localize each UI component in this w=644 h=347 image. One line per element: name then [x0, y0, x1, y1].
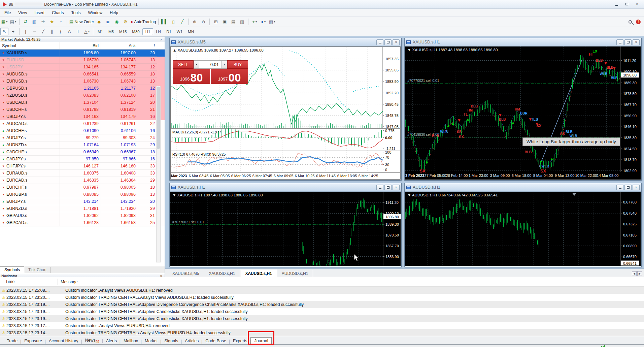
market-watch-row[interactable]: ▼USDCHF.s0.917980.9181921	[0, 106, 165, 113]
volume-up-stepper[interactable]: ▲	[222, 60, 227, 69]
favorites-folder-icon[interactable]: ★	[48, 18, 56, 26]
profiles-icon[interactable]: ▤▾	[9, 18, 17, 26]
journal-row[interactable]: ⚠2023.03.15 17:25:08....Custom indicator…	[0, 287, 644, 294]
market-watch-row[interactable]: ▼NZDUSD.s0.620830.6210017	[0, 92, 165, 99]
chart-close-button[interactable]: ×	[633, 39, 640, 45]
trendline-tool-icon[interactable]: ╱	[39, 28, 47, 35]
market-watch-tab-tick-chart[interactable]: Tick Chart	[24, 267, 51, 273]
chart-window-title-bar[interactable]: XAUUSD.s,H1×	[405, 38, 641, 46]
menu-help[interactable]: Help	[106, 9, 122, 16]
chart-restore-button[interactable]	[384, 185, 392, 190]
bar-chart-mode-icon[interactable]: ▍▍	[161, 18, 169, 26]
menu-tools[interactable]: Tools	[68, 9, 84, 16]
chart-minimize-button[interactable]	[616, 185, 623, 190]
volume-input[interactable]: 0.01	[199, 60, 222, 69]
journal-row[interactable]: ⚠2023.03.15 17:23:19....Custom indicator…	[0, 308, 644, 315]
indicators-add-icon[interactable]: +▾	[250, 18, 259, 26]
timeframe-button-mn[interactable]: MN	[185, 29, 197, 35]
menu-view[interactable]: View	[14, 9, 31, 16]
volume-down-stepper[interactable]: ▼	[194, 60, 199, 69]
autotrading-button[interactable]: ●AutoTrading	[130, 18, 156, 26]
tile-horizontal-icon[interactable]: ▤	[229, 18, 237, 26]
chart-minimize-button[interactable]	[376, 39, 383, 45]
scroll-right-icon[interactable]: ▶	[637, 271, 642, 276]
sell-button[interactable]: SELL	[173, 60, 194, 69]
chart-close-button[interactable]: ×	[393, 185, 400, 190]
timeframe-button-w1[interactable]: W1	[174, 29, 185, 35]
horizontal-line-tool-icon[interactable]: ─	[30, 28, 38, 35]
label-tool-icon[interactable]: T	[74, 28, 82, 35]
chart-tab-0[interactable]: XAUUSD.s,M5	[168, 270, 204, 277]
terminal-tab-articles[interactable]: Articles|	[181, 338, 202, 344]
chart-restore-button[interactable]	[624, 39, 632, 45]
market-watch-row[interactable]: ▼AUDUSD.s0.665410.6655918	[0, 71, 165, 78]
new-chart-icon[interactable]: ▦▾	[0, 18, 8, 26]
chart-minimize-button[interactable]	[376, 185, 383, 190]
market-watch-row[interactable]: ▲EURJPY.s143.214143.23420	[0, 198, 165, 205]
market-watch-row[interactable]: ▼EURCAD.s1.463351.4636429	[0, 177, 165, 184]
zoom-in-icon[interactable]: ⊕	[191, 18, 199, 26]
terminal-tab-account-history[interactable]: Account History|	[45, 338, 82, 344]
journal-row[interactable]: ⚠2023.03.15 17:23:19....Custom indicator…	[0, 301, 644, 308]
market-watch-close-icon[interactable]: ×	[159, 37, 163, 41]
chart-tab-2[interactable]: XAUUSD.s,H1	[240, 270, 277, 277]
market-watch-row[interactable]: ▼USDJPY134.165134.17712	[0, 64, 165, 71]
terminal-tab-trade[interactable]: Trade|	[3, 338, 21, 344]
signals-icon[interactable]: ◉	[112, 18, 121, 26]
fibonacci-tool-icon[interactable]: ƒ	[57, 28, 65, 35]
market-watch-row[interactable]: ▼CHFJPY.s146.127146.16033	[0, 163, 165, 170]
market-watch-row[interactable]: ▼EURNZD.s1.718811.7192039	[0, 205, 165, 212]
terminal-tab-mailbox[interactable]: Mailbox|	[120, 338, 141, 344]
chart-body[interactable]: 1911.201900.101889.301878.501867.701856.…	[170, 192, 401, 266]
market-watch-row[interactable]: ▼XAUUSD.s1896.801897.0020	[0, 50, 165, 57]
crosshair-navigator-icon[interactable]: ✛	[39, 18, 47, 26]
metaeditor-icon[interactable]: ◆	[95, 18, 103, 26]
market-watch-row[interactable]: ▲GBPUSD.s1.211651.2117712	[0, 85, 165, 92]
chart-body[interactable]: 0.677600.675400.673250.671050.668900.666…	[405, 192, 641, 266]
chart-window-title-bar[interactable]: XAUUSD.s,M5×	[170, 38, 401, 46]
channel-tool-icon[interactable]: ∥	[48, 28, 56, 35]
new-order-button[interactable]: ▤New Order	[69, 18, 94, 26]
market-watch-scrollbar[interactable]	[156, 86, 161, 262]
chart-minimize-button[interactable]	[616, 39, 623, 45]
tile-vertical-icon[interactable]: ▥	[238, 18, 246, 26]
menu-window[interactable]: Window	[84, 9, 106, 16]
objects-list-icon[interactable]: ▨▾	[268, 18, 276, 26]
journal-row[interactable]: ⚠2023.03.15 17:23:20....Custom indicator…	[0, 294, 644, 301]
timeframe-button-m30[interactable]: M30	[129, 29, 142, 35]
market-watch-col-0[interactable]: Symbol	[0, 42, 60, 49]
strategy-tester-icon[interactable]: ◔	[57, 18, 65, 26]
notification-icon[interactable]: !	[636, 20, 641, 24]
terminal-tab-code-base[interactable]: Code Base|	[202, 338, 230, 344]
line-chart-mode-icon[interactable]: ╱	[178, 18, 186, 26]
scroll-left-icon[interactable]: ◀	[632, 271, 637, 276]
text-tool-icon[interactable]: A	[65, 28, 73, 35]
timeframe-button-d1[interactable]: D1	[164, 29, 174, 35]
zoom-out-icon[interactable]: ⊖	[199, 18, 207, 26]
timeframe-button-h1[interactable]: H1	[142, 28, 154, 35]
services-gear-icon[interactable]: ⚙	[121, 18, 129, 26]
chart-body[interactable]: 1857.351855.651853.901852.201850.451848.…	[170, 46, 401, 180]
market-watch-row[interactable]: ▲AUDCHF.s0.610900.6110616	[0, 127, 165, 134]
expert-advisor-icon[interactable]: ◙	[104, 18, 112, 26]
chart-restore-button[interactable]	[624, 185, 632, 190]
terminal-tab-signals[interactable]: Signals|	[161, 338, 181, 344]
buy-price-button[interactable]: 189700	[211, 69, 248, 84]
market-watch-row[interactable]: ▲CADCHF.s0.669490.6696718	[0, 149, 165, 156]
shapes-tool-icon[interactable]: △▾	[83, 28, 91, 35]
market-watch-row[interactable]: ▼AUDCAD.s0.912390.9126122	[0, 120, 165, 127]
data-window-toggle-icon[interactable]: ▥	[30, 18, 38, 26]
window-maximize-button[interactable]	[622, 1, 632, 8]
market-watch-row[interactable]: ▼EURCHF.s0.979870.9800518	[0, 184, 165, 191]
market-watch-row[interactable]: ▲AUDNZD.s1.071641.0719329	[0, 141, 165, 149]
market-watch-row[interactable]: ▼EURUSD1.067301.0674313	[0, 57, 165, 64]
market-watch-row[interactable]: ▼USDJPY.s134.163134.17916	[0, 113, 165, 120]
market-watch-row[interactable]: ▼GBPAUD.s1.820621.8209331	[0, 212, 165, 219]
terminal-tab-alerts[interactable]: Alerts|	[103, 338, 120, 344]
timeframe-button-h4[interactable]: H4	[153, 29, 164, 35]
journal-row[interactable]: ⚠2023.03.15 17:23:14....Custom indicator…	[0, 329, 644, 336]
window-close-button[interactable]: ×	[632, 1, 642, 8]
terminal-tab-market[interactable]: Market|	[141, 338, 161, 344]
market-watch-tab-symbols[interactable]: Symbols	[0, 266, 24, 273]
cursor-tool-icon[interactable]: ↖	[0, 28, 8, 35]
